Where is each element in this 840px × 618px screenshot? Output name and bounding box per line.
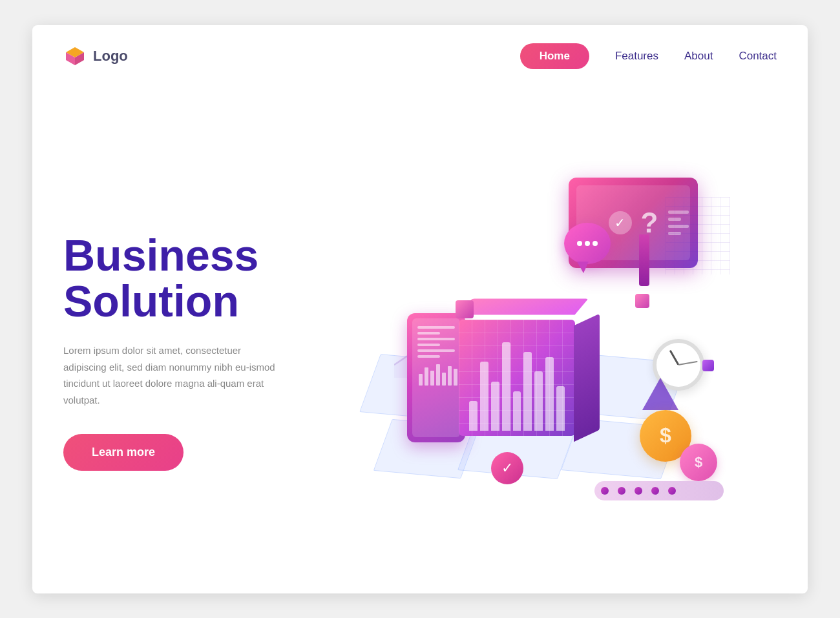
background-grid-right [666,197,730,274]
nav-about[interactable]: About [684,50,713,63]
speech-dot [593,241,598,246]
phone-content [412,318,460,395]
speech-dot [585,241,590,246]
coin-large-symbol: $ [660,424,671,448]
monitor-stand [639,234,649,286]
logo-text: Logo [93,48,128,65]
check-circle: ✓ [491,452,523,484]
hero-section: Business Solution Lorem ipsum dolor sit … [32,87,808,591]
cube-top-face [459,298,589,314]
phone-line [417,326,455,329]
hero-text-area: Business Solution Lorem ipsum dolor sit … [63,220,322,471]
triangle-shape [642,378,678,410]
navigation: Logo Home Features About Contact [32,25,808,87]
phone-line [417,349,455,352]
phone-line [417,344,440,346]
small-cube-1 [456,300,474,318]
phone-device [407,313,465,442]
svg-rect-6 [442,373,446,386]
hero-title: Business Solution [63,232,322,325]
svg-rect-8 [454,369,457,386]
phone-line [417,332,440,335]
conveyor-dot [618,487,625,495]
conveyor-dot [668,487,676,495]
svg-rect-2 [419,374,423,386]
nav-contact[interactable]: Contact [739,50,777,63]
cube-front-face [459,320,575,436]
small-cube-2 [635,294,649,308]
speech-bubble [564,223,611,264]
hero-illustration: ✓ ? [322,100,777,591]
iso-scene: ✓ ? [355,145,743,546]
phone-screen [412,318,460,437]
nav-home[interactable]: Home [520,43,589,69]
conveyor-belt [594,481,724,500]
clock-hour-hand [669,349,680,365]
phone-chart [417,361,460,387]
coin-small: $ [680,444,717,481]
main-cube [459,307,588,436]
conveyor-dot [601,487,609,495]
conveyor-dot [635,487,642,495]
monitor-check-icon: ✓ [609,211,632,234]
svg-rect-7 [448,366,452,386]
logo-area: Logo [63,45,128,68]
svg-rect-3 [425,367,428,386]
logo-icon [63,45,87,68]
phone-line [417,338,455,340]
nav-features[interactable]: Features [615,50,658,63]
coin-small-symbol: $ [695,454,702,471]
phone-line [417,355,440,358]
cube-side-face [574,313,600,442]
small-cube-3 [702,360,714,371]
svg-rect-4 [430,371,434,386]
hero-description: Lorem ipsum dolor sit amet, consectetuer… [63,342,283,408]
speech-dots [577,241,598,246]
speech-dot [577,241,582,246]
clock-minute-hand [678,360,698,365]
svg-rect-5 [436,364,440,386]
nav-links: Home Features About Contact [520,43,777,69]
cube-grid-overlay [459,320,575,436]
learn-more-button[interactable]: Learn more [63,434,184,471]
page-container: Logo Home Features About Contact Busines… [32,25,808,593]
conveyor-dot [651,487,659,495]
